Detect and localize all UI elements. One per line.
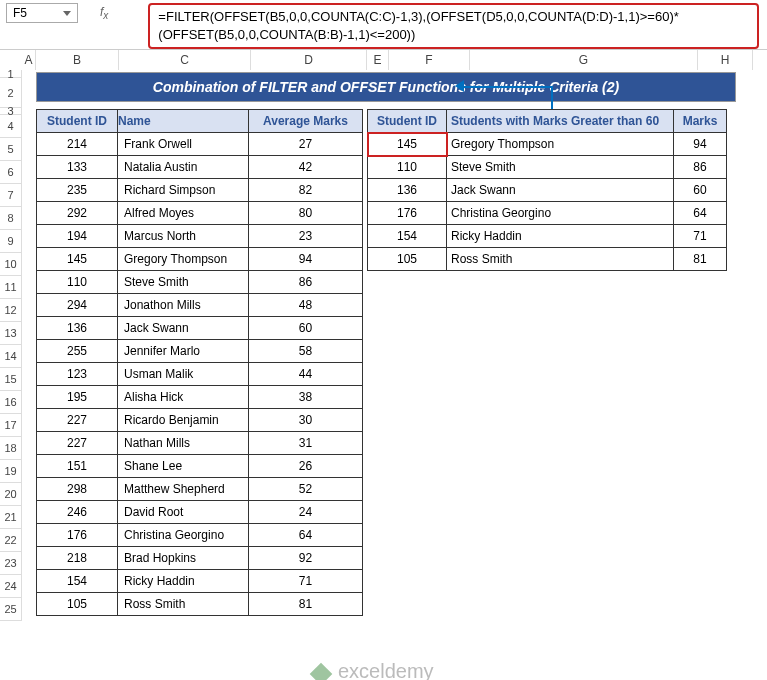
cell-id[interactable]: 176	[368, 202, 447, 225]
source-table[interactable]: Student ID Name Average Marks 214Frank O…	[36, 109, 363, 616]
cell-id[interactable]: 151	[37, 455, 118, 478]
cell-marks[interactable]: 71	[674, 225, 727, 248]
row-header[interactable]: 18	[0, 437, 22, 460]
cell-marks[interactable]: 52	[249, 478, 363, 501]
cell-marks[interactable]: 48	[249, 294, 363, 317]
cell-marks[interactable]: 64	[249, 524, 363, 547]
row-header[interactable]: 9	[0, 230, 22, 253]
row-header[interactable]: 7	[0, 184, 22, 207]
row-header[interactable]: 10	[0, 253, 22, 276]
cell-name[interactable]: Christina Georgino	[118, 524, 249, 547]
row-header[interactable]: 13	[0, 322, 22, 345]
cell-name[interactable]: Nathan Mills	[118, 432, 249, 455]
cell-id[interactable]: 133	[37, 156, 118, 179]
result-table[interactable]: Student ID Students with Marks Greater t…	[367, 109, 727, 271]
cell-name[interactable]: Marcus North	[118, 225, 249, 248]
row-header[interactable]: 16	[0, 391, 22, 414]
cell-name[interactable]: Jack Swann	[447, 179, 674, 202]
cell-marks[interactable]: 86	[249, 271, 363, 294]
table-row[interactable]: 105Ross Smith81	[368, 248, 727, 271]
table-row[interactable]: 176Christina Georgino64	[368, 202, 727, 225]
cell-marks[interactable]: 86	[674, 156, 727, 179]
table-row[interactable]: 176Christina Georgino64	[37, 524, 363, 547]
cell-name[interactable]: Ross Smith	[118, 593, 249, 616]
row-header[interactable]: 1	[0, 70, 22, 78]
cell-id[interactable]: 218	[37, 547, 118, 570]
cell-name[interactable]: Alfred Moyes	[118, 202, 249, 225]
table-row[interactable]: 154Ricky Haddin71	[37, 570, 363, 593]
row-header[interactable]: 3	[0, 108, 22, 115]
chevron-down-icon[interactable]	[63, 11, 71, 16]
cell-id[interactable]: 195	[37, 386, 118, 409]
cell-id[interactable]: 145	[37, 248, 118, 271]
col-header-G[interactable]: G	[470, 50, 698, 70]
cell-id[interactable]: 176	[37, 524, 118, 547]
table-row[interactable]: 218Brad Hopkins92	[37, 547, 363, 570]
cell-marks[interactable]: 71	[249, 570, 363, 593]
cell-id[interactable]: 154	[368, 225, 447, 248]
cell-name[interactable]: Jack Swann	[118, 317, 249, 340]
col-header-D[interactable]: D	[251, 50, 367, 70]
cell-name[interactable]: Natalia Austin	[118, 156, 249, 179]
cell-marks[interactable]: 80	[249, 202, 363, 225]
cell-id[interactable]: 255	[37, 340, 118, 363]
row-header[interactable]: 22	[0, 529, 22, 552]
table-row[interactable]: 136Jack Swann60	[368, 179, 727, 202]
cell-name[interactable]: Steve Smith	[118, 271, 249, 294]
table-row[interactable]: 145Gregory Thompson94	[368, 133, 727, 156]
row-header[interactable]: 21	[0, 506, 22, 529]
col-header-C[interactable]: C	[119, 50, 251, 70]
cell-name[interactable]: Frank Orwell	[118, 133, 249, 156]
table-row[interactable]: 294Jonathon Mills48	[37, 294, 363, 317]
cell-id[interactable]: 136	[368, 179, 447, 202]
cell-id[interactable]: 154	[37, 570, 118, 593]
cell-name[interactable]: Christina Georgino	[447, 202, 674, 225]
cell-id[interactable]: 105	[368, 248, 447, 271]
cell-marks[interactable]: 58	[249, 340, 363, 363]
cell-name[interactable]: Ross Smith	[447, 248, 674, 271]
row-header[interactable]: 8	[0, 207, 22, 230]
cell-id[interactable]: 298	[37, 478, 118, 501]
cell-name[interactable]: Jennifer Marlo	[118, 340, 249, 363]
table-row[interactable]: 246David Root24	[37, 501, 363, 524]
cell-name[interactable]: Ricardo Benjamin	[118, 409, 249, 432]
col-header-A[interactable]: A	[22, 50, 36, 70]
cell-marks[interactable]: 31	[249, 432, 363, 455]
cell-id[interactable]: 227	[37, 432, 118, 455]
table-row[interactable]: 292Alfred Moyes80	[37, 202, 363, 225]
row-header[interactable]: 25	[0, 598, 22, 621]
cell-id[interactable]: 123	[37, 363, 118, 386]
cell-id[interactable]: 110	[37, 271, 118, 294]
row-header[interactable]: 20	[0, 483, 22, 506]
cell-id[interactable]: 214	[37, 133, 118, 156]
cell-marks[interactable]: 27	[249, 133, 363, 156]
table-row[interactable]: 195Alisha Hick38	[37, 386, 363, 409]
cell-marks[interactable]: 64	[674, 202, 727, 225]
table-row[interactable]: 110Steve Smith86	[368, 156, 727, 179]
formula-input[interactable]: =FILTER(OFFSET(B5,0,0,COUNTA(C:C)-1,3),(…	[148, 3, 759, 49]
cell-marks[interactable]: 30	[249, 409, 363, 432]
col-header-F[interactable]: F	[389, 50, 470, 70]
row-header[interactable]: 5	[0, 138, 22, 161]
cell-id[interactable]: 110	[368, 156, 447, 179]
cell-id[interactable]: 227	[37, 409, 118, 432]
cell-marks[interactable]: 81	[249, 593, 363, 616]
col-header-B[interactable]: B	[36, 50, 119, 70]
cell-id[interactable]: 105	[37, 593, 118, 616]
cell-marks[interactable]: 92	[249, 547, 363, 570]
cell-id[interactable]: 145	[368, 133, 447, 156]
table-row[interactable]: 110Steve Smith86	[37, 271, 363, 294]
table-row[interactable]: 145Gregory Thompson94	[37, 248, 363, 271]
cell-marks[interactable]: 94	[249, 248, 363, 271]
cell-marks[interactable]: 60	[674, 179, 727, 202]
fx-icon[interactable]: fx	[100, 5, 108, 21]
row-header[interactable]: 24	[0, 575, 22, 598]
table-row[interactable]: 151Shane Lee26	[37, 455, 363, 478]
cell-marks[interactable]: 42	[249, 156, 363, 179]
table-row[interactable]: 123Usman Malik44	[37, 363, 363, 386]
table-row[interactable]: 194Marcus North23	[37, 225, 363, 248]
name-box[interactable]: F5	[6, 3, 78, 23]
row-header[interactable]: 17	[0, 414, 22, 437]
row-header[interactable]: 11	[0, 276, 22, 299]
cell-marks[interactable]: 60	[249, 317, 363, 340]
